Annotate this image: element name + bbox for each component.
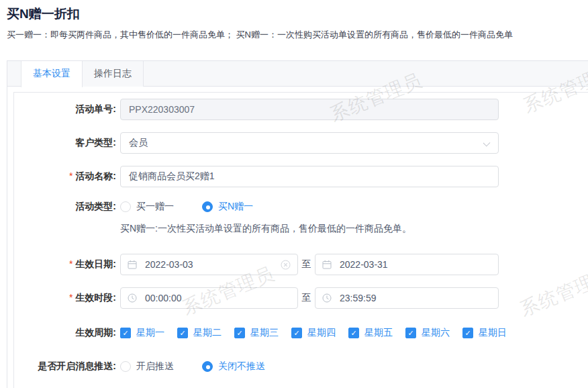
radio-selected-icon: [202, 201, 213, 212]
end-time-value: 23:59:59: [340, 293, 377, 303]
radio-push-on[interactable]: 开启推送: [120, 360, 174, 373]
checkbox-checked-icon: [405, 328, 416, 338]
checkbox-checked-icon: [120, 328, 131, 338]
effective-date-label: 生效日期:: [14, 258, 116, 271]
checkbox-sunday-label: 星期日: [479, 327, 507, 339]
activity-type-row: 活动类型: 买一赠一 买N赠一: [14, 199, 588, 214]
checkbox-monday[interactable]: 星期一: [120, 327, 164, 339]
time-range-separator: 至: [298, 292, 315, 304]
basic-settings-form: 活动单号: PPX220303007 客户类型: 会员 活动名称: 促销商品会员…: [13, 92, 588, 388]
page: 买N赠一折扣 买一赠一：即每买两件商品，其中售价低的一件商品免单； 买N赠一：一…: [0, 0, 588, 388]
checkbox-friday[interactable]: 星期五: [348, 327, 393, 339]
customer-type-select[interactable]: 会员: [120, 132, 499, 154]
radio-buyN-get1[interactable]: 买N赠一: [202, 201, 253, 213]
activity-no-label: 活动单号:: [14, 103, 116, 115]
checkbox-monday-label: 星期一: [136, 327, 164, 339]
effective-week-row: 生效周期: 星期一 星期二 星期三: [14, 326, 588, 340]
checkbox-friday-label: 星期五: [364, 327, 393, 339]
effective-time-label: 生效时段:: [14, 292, 116, 304]
clock-icon: [128, 293, 137, 303]
end-date-picker[interactable]: 2022-03-31: [315, 254, 499, 275]
checkbox-saturday[interactable]: 星期六: [405, 327, 450, 339]
tab-bar: 基本设置 操作日志: [7, 61, 588, 87]
calendar-icon: [322, 260, 332, 269]
activity-type-label: 活动类型:: [14, 201, 116, 213]
settings-card: 基本设置 操作日志 活动单号: PPX220303007 客户类型: 会员: [7, 60, 588, 388]
checkbox-saturday-label: 星期六: [422, 327, 450, 339]
push-message-radio-group: 开启推送 关闭不推送: [120, 360, 293, 373]
checkbox-wednesday[interactable]: 星期三: [234, 327, 279, 339]
checkbox-checked-icon: [234, 328, 245, 338]
tab-basic-settings[interactable]: 基本设置: [21, 61, 83, 87]
activity-no-value: PPX220303007: [129, 104, 195, 115]
page-subtitle: 买一赠一：即每买两件商品，其中售价低的一件商品免单； 买N赠一：一次性购买活动单…: [7, 29, 588, 41]
activity-type-radio-group: 买一赠一 买N赠一: [120, 201, 281, 213]
end-time-picker[interactable]: 23:59:59: [315, 287, 499, 309]
checkbox-tuesday[interactable]: 星期二: [177, 327, 222, 339]
radio-buyN-get1-label: 买N赠一: [218, 201, 253, 213]
tab-operation-log[interactable]: 操作日志: [83, 61, 144, 87]
checkbox-thursday-label: 星期四: [307, 327, 336, 339]
radio-push-on-label: 开启推送: [136, 360, 174, 373]
checkbox-checked-icon: [462, 328, 473, 338]
activity-no-input[interactable]: PPX220303007: [120, 99, 499, 120]
checkbox-thursday[interactable]: 星期四: [291, 327, 336, 339]
start-date-value: 2022-03-03: [145, 259, 193, 270]
radio-buy1-get1[interactable]: 买一赠一: [120, 201, 174, 213]
activity-type-description: 买N赠一:一次性买活动单设置的所有商品，售价最低的一件商品免单。: [14, 222, 588, 235]
effective-date-row: 生效日期: 2022-03-03 至 2022-03-31: [14, 254, 588, 275]
chevron-down-icon: [483, 140, 491, 147]
checkbox-checked-icon: [348, 328, 359, 338]
checkbox-checked-icon: [177, 328, 188, 338]
page-title: 买N赠一折扣: [7, 5, 588, 23]
weekday-checkbox-group: 星期一 星期二 星期三 星期四: [120, 327, 520, 339]
activity-name-row: 活动名称: 促销商品会员买2赠1: [14, 166, 588, 187]
clock-icon: [322, 293, 332, 303]
effective-week-label: 生效周期:: [14, 327, 116, 339]
activity-name-value: 促销商品会员买2赠1: [129, 171, 215, 183]
radio-buy1-get1-label: 买一赠一: [136, 201, 174, 213]
date-range-separator: 至: [298, 258, 315, 271]
calendar-icon: [128, 260, 137, 269]
radio-icon: [120, 201, 131, 212]
push-message-label: 是否开启消息推送:: [14, 360, 116, 373]
radio-push-off-label: 关闭不推送: [218, 360, 265, 373]
customer-type-value: 会员: [129, 137, 148, 149]
radio-selected-icon: [202, 361, 213, 372]
activity-no-row: 活动单号: PPX220303007: [14, 99, 588, 120]
customer-type-row: 客户类型: 会员: [14, 132, 588, 154]
activity-name-label: 活动名称:: [14, 171, 116, 183]
customer-type-label: 客户类型:: [14, 137, 116, 149]
checkbox-tuesday-label: 星期二: [193, 327, 222, 339]
effective-time-row: 生效时段: 00:00:00 至 23:59:59: [14, 287, 588, 309]
start-date-picker[interactable]: 2022-03-03: [120, 254, 298, 275]
activity-name-input[interactable]: 促销商品会员买2赠1: [120, 166, 499, 187]
checkbox-wednesday-label: 星期三: [250, 327, 279, 339]
radio-push-off[interactable]: 关闭不推送: [202, 360, 265, 373]
start-time-picker[interactable]: 00:00:00: [120, 287, 298, 309]
checkbox-sunday[interactable]: 星期日: [462, 327, 507, 339]
start-time-value: 00:00:00: [145, 293, 182, 303]
end-date-value: 2022-03-31: [340, 259, 388, 270]
checkbox-checked-icon: [291, 328, 302, 338]
push-message-row: 是否开启消息推送: 开启推送 关闭不推送: [14, 359, 588, 374]
clear-date-icon[interactable]: [281, 260, 291, 272]
radio-icon: [120, 361, 131, 372]
